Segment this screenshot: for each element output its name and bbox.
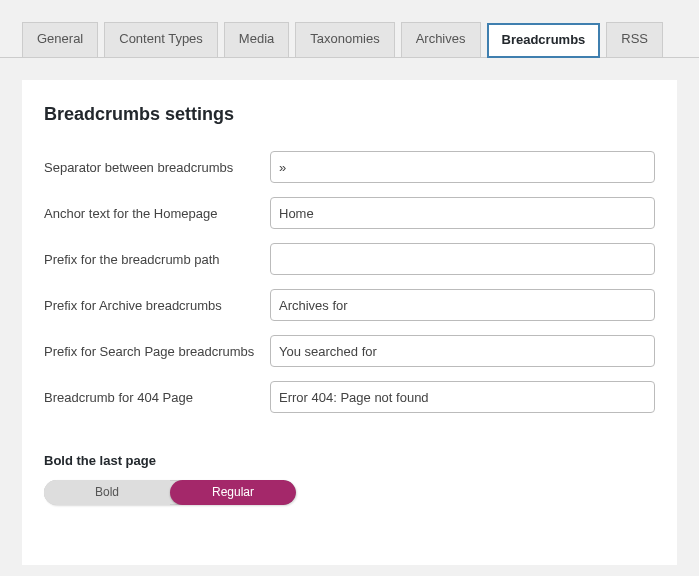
tabs-row: General Content Types Media Taxonomies A… bbox=[0, 0, 699, 58]
input-bc-404[interactable] bbox=[270, 381, 655, 413]
toggle-regular[interactable]: Regular bbox=[170, 480, 296, 505]
label-prefix-search: Prefix for Search Page breadcrumbs bbox=[44, 335, 270, 361]
bold-last-heading: Bold the last page bbox=[44, 453, 655, 468]
row-bc-404: Breadcrumb for 404 Page bbox=[44, 381, 655, 413]
section-title: Breadcrumbs settings bbox=[44, 104, 655, 125]
tab-content-types[interactable]: Content Types bbox=[104, 22, 218, 57]
input-anchor-home[interactable] bbox=[270, 197, 655, 229]
row-prefix-search: Prefix for Search Page breadcrumbs bbox=[44, 335, 655, 367]
input-prefix-path[interactable] bbox=[270, 243, 655, 275]
row-prefix-archive: Prefix for Archive breadcrumbs bbox=[44, 289, 655, 321]
input-prefix-archive[interactable] bbox=[270, 289, 655, 321]
input-prefix-search[interactable] bbox=[270, 335, 655, 367]
tab-general[interactable]: General bbox=[22, 22, 98, 57]
label-bc-404: Breadcrumb for 404 Page bbox=[44, 381, 270, 407]
tab-breadcrumbs[interactable]: Breadcrumbs bbox=[487, 23, 601, 58]
tab-archives[interactable]: Archives bbox=[401, 22, 481, 57]
tab-taxonomies[interactable]: Taxonomies bbox=[295, 22, 394, 57]
label-prefix-archive: Prefix for Archive breadcrumbs bbox=[44, 289, 270, 315]
label-anchor-home: Anchor text for the Homepage bbox=[44, 197, 270, 223]
row-separator: Separator between breadcrumbs bbox=[44, 151, 655, 183]
settings-panel: Breadcrumbs settings Separator between b… bbox=[22, 80, 677, 565]
toggle-bold[interactable]: Bold bbox=[44, 480, 170, 505]
bold-last-toggle: Bold Regular bbox=[44, 480, 296, 505]
row-anchor-home: Anchor text for the Homepage bbox=[44, 197, 655, 229]
tab-rss[interactable]: RSS bbox=[606, 22, 663, 57]
tab-media[interactable]: Media bbox=[224, 22, 289, 57]
input-separator[interactable] bbox=[270, 151, 655, 183]
row-prefix-path: Prefix for the breadcrumb path bbox=[44, 243, 655, 275]
label-prefix-path: Prefix for the breadcrumb path bbox=[44, 243, 270, 269]
label-separator: Separator between breadcrumbs bbox=[44, 151, 270, 177]
